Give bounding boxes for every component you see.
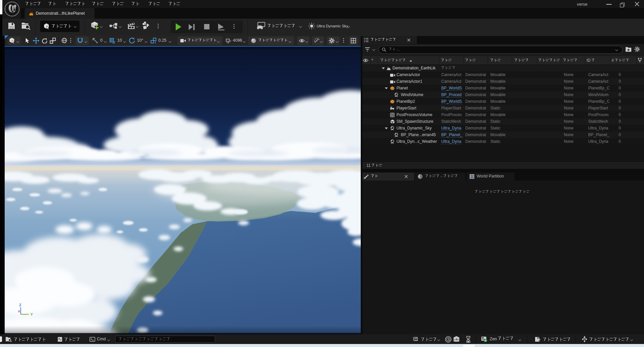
- svg-text:X: X: [18, 310, 20, 313]
- svg-text:Y: Y: [30, 312, 33, 316]
- svg-text:Z: Z: [19, 303, 21, 307]
